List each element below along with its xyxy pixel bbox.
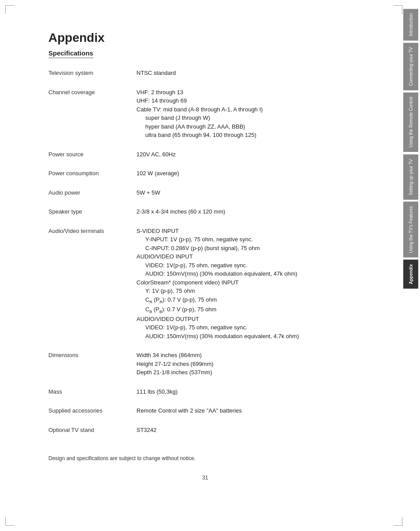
spec-value: 5W + 5W xyxy=(136,186,362,200)
footnote: Design and specifications are subject to… xyxy=(48,455,362,461)
spec-value: Width 34 inches (864mm)Height 27-1/2 inc… xyxy=(136,348,362,380)
corner-tr xyxy=(394,5,402,14)
spec-label: Power consumption xyxy=(48,166,136,181)
spacer-row xyxy=(48,219,362,224)
page-number: 31 xyxy=(48,475,362,481)
main-content: Appendix Specifications Television syste… xyxy=(26,18,375,494)
spec-label: Television system xyxy=(48,66,136,80)
sidebar-tab-using-the-remote-control[interactable]: Using the Remote Control xyxy=(403,92,418,152)
spacer-row xyxy=(48,199,362,205)
spec-value: NTSC standard xyxy=(136,66,362,80)
table-row: Supplied accessoriesRemote Control with … xyxy=(48,404,362,418)
table-row: Mass111 lbs (50,3kg) xyxy=(48,385,362,399)
spec-label: Optional TV stand xyxy=(48,423,136,437)
sidebar-tab-using-the-tv's-features[interactable]: Using the TV's Features xyxy=(403,202,418,258)
spec-value: 120V AC, 60Hz xyxy=(136,148,362,162)
spec-label: Speaker type xyxy=(48,205,136,219)
page-title: Appendix xyxy=(48,31,362,45)
spec-value: S-VIDEO INPUTY-INPUT: 1V (p-p), 75 ohm, … xyxy=(136,224,362,343)
spec-value: 2-3/8 x 4-3/4 inches (60 x 120 mm) xyxy=(136,205,362,219)
table-row: Speaker type2-3/8 x 4-3/4 inches (60 x 1… xyxy=(48,205,362,219)
spacer-row xyxy=(48,142,362,148)
spacer-row xyxy=(48,380,362,385)
spec-label: Dimensions xyxy=(48,348,136,380)
table-row: Audio/Video terminalsS-VIDEO INPUTY-INPU… xyxy=(48,224,362,343)
table-row: Power consumption102 W (average) xyxy=(48,166,362,181)
sidebar-tab-connecting-your-tv[interactable]: Connecting your TV xyxy=(403,43,418,90)
spec-label: Supplied accessories xyxy=(48,404,136,418)
spacer-row xyxy=(48,80,362,85)
sidebar-tabs: IntroductionConnecting your TVUsing the … xyxy=(403,0,420,531)
spec-label: Audio/Video terminals xyxy=(48,224,136,343)
spec-label: Mass xyxy=(48,385,136,399)
corner-tl xyxy=(5,5,14,14)
table-row: Television systemNTSC standard xyxy=(48,66,362,80)
table-row: DimensionsWidth 34 inches (864mm)Height … xyxy=(48,348,362,380)
spec-label: Channel coverage xyxy=(48,85,136,142)
spec-label: Audio power xyxy=(48,186,136,200)
spec-value: 111 lbs (50,3kg) xyxy=(136,385,362,399)
spec-value: Remote Control with 2 size "AA" batterie… xyxy=(136,404,362,418)
spec-value: ST3242 xyxy=(136,423,362,437)
spec-value: 102 W (average) xyxy=(136,166,362,181)
section-title: Specifications xyxy=(48,49,93,58)
spacer-row xyxy=(48,161,362,166)
spacer-row xyxy=(48,181,362,186)
spacer-row xyxy=(48,437,362,442)
spacer-row xyxy=(48,418,362,423)
table-row: Audio power5W + 5W xyxy=(48,186,362,200)
table-row: Power source120V AC, 60Hz xyxy=(48,148,362,162)
sidebar-tab-setting-up-your-tv[interactable]: Setting up your TV xyxy=(403,155,418,200)
spacer-row xyxy=(48,343,362,348)
spec-value: VHF: 2 through 13UHF: 14 through 69Cable… xyxy=(136,85,362,142)
page-container: IntroductionConnecting your TVUsing the … xyxy=(0,0,420,531)
spec-label: Power source xyxy=(48,148,136,162)
table-row: Channel coverageVHF: 2 through 13UHF: 14… xyxy=(48,85,362,142)
spec-table: Television systemNTSC standardChannel co… xyxy=(48,66,362,442)
spacer-row xyxy=(48,398,362,404)
corner-br xyxy=(394,517,402,526)
table-row: Optional TV standST3242 xyxy=(48,423,362,437)
corner-bl xyxy=(5,517,14,526)
sidebar-tab-appendix[interactable]: Appendix xyxy=(403,260,418,289)
sidebar-tab-introduction[interactable]: Introduction xyxy=(403,9,418,41)
